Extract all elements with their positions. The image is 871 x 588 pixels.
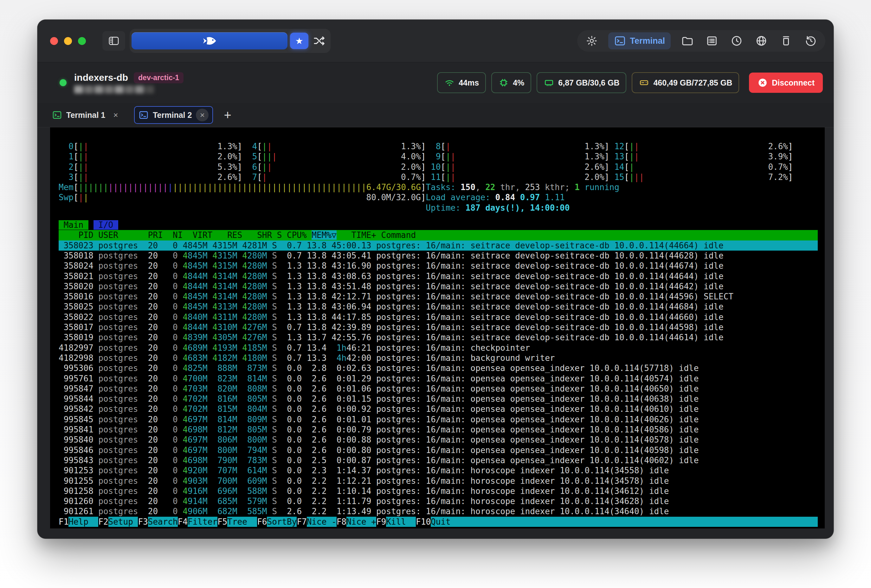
process-row-4182998[interactable]: 4182998 postgres 20 0 4683M 4182M 4180M …: [58, 353, 818, 363]
recent-button[interactable]: [728, 33, 745, 49]
terminal-icon: [52, 110, 62, 120]
process-row-995841[interactable]: 995841 postgres 20 0 4698M 812M 805M S 0…: [58, 425, 818, 435]
fkey-label-quit[interactable]: Quit: [431, 517, 461, 527]
connection-status-dot: [60, 79, 67, 86]
window-toolbar: ★: [37, 19, 834, 63]
process-row-995840[interactable]: 995840 postgres 20 0 4697M 806M 800M S 0…: [58, 435, 818, 445]
terminal-icon: [614, 35, 626, 47]
cpu-meter-12: 12[||2.6%]: [609, 141, 793, 151]
address-pill[interactable]: [132, 32, 287, 49]
process-row-995844[interactable]: 995844 postgres 20 0 4702M 816M 805M S 0…: [58, 394, 818, 404]
fkey-f5[interactable]: F5: [217, 517, 227, 527]
cpu-meter-10: 10[||2.6%]: [426, 162, 609, 172]
process-row-995845[interactable]: 995845 postgres 20 0 4697M 814M 809M S 0…: [58, 414, 818, 425]
shuffle-icon: [313, 34, 326, 47]
memory-badge: 6,87 GB/30,6 GB: [537, 72, 626, 93]
settings-button[interactable]: [584, 33, 600, 49]
tab-terminal-1[interactable]: Terminal 1 ×: [48, 106, 126, 124]
fkey-f4[interactable]: F4: [178, 517, 188, 527]
cpu-value: 4%: [513, 78, 524, 87]
sftp-button[interactable]: [679, 33, 695, 49]
process-row-995843[interactable]: 995843 postgres 20 0 4698M 790M 783M S 0…: [58, 455, 818, 466]
ping-value: 44ms: [459, 78, 479, 87]
fkey-label-setup[interactable]: Setup: [108, 517, 138, 527]
htop-tab-main[interactable]: Main: [58, 220, 88, 230]
process-row-995847[interactable]: 995847 postgres 20 0 4703M 820M 808M S 0…: [58, 384, 818, 394]
app-window: ★: [37, 19, 834, 539]
fkey-label-tree[interactable]: Tree: [227, 517, 257, 527]
tab-terminal-2[interactable]: Terminal 2 ×: [134, 106, 213, 124]
fkey-label-search[interactable]: Search: [148, 517, 178, 527]
fkey-f9[interactable]: F9: [376, 517, 386, 527]
new-tab-button[interactable]: +: [221, 109, 233, 121]
fish-icon: [201, 35, 218, 47]
process-row-995761[interactable]: 995761 postgres 20 0 4700M 823M 814M S 0…: [58, 373, 818, 384]
disconnect-button[interactable]: Disconnect: [749, 73, 823, 93]
ram-icon: [543, 77, 554, 88]
close-window-button[interactable]: [50, 37, 58, 45]
process-row-358023[interactable]: 358023 postgres 20 0 4845M 4315M 4281M S…: [58, 240, 818, 251]
terminal-viewport[interactable]: 0[||1.3%]4[||1.3%]8[|1.3%]12[||2.6%]1[||…: [50, 127, 825, 528]
clock-icon: [730, 34, 743, 47]
fkey-label-sortby[interactable]: SortBy: [267, 517, 297, 527]
process-table-header[interactable]: PID USER PRI NI VIRT RES SHR S CPU% MEM%…: [58, 230, 818, 240]
process-row-901258[interactable]: 901258 postgres 20 0 4916M 696M 588M S 0…: [58, 486, 818, 496]
process-row-995846[interactable]: 995846 postgres 20 0 4697M 800M 794M S 0…: [58, 445, 818, 455]
disk-badge: 460,49 GB/727,85 GB: [632, 72, 739, 93]
process-row-358019[interactable]: 358019 postgres 20 0 4839M 4305M 4276M S…: [58, 332, 818, 342]
toolbar-right-group: Terminal: [577, 30, 825, 52]
process-row-901255[interactable]: 901255 postgres 20 0 4903M 700M 609M S 0…: [58, 476, 818, 486]
fkey-f6[interactable]: F6: [257, 517, 267, 527]
process-row-358017[interactable]: 358017 postgres 20 0 4844M 4310M 4276M S…: [58, 322, 818, 332]
process-row-358016[interactable]: 358016 postgres 20 0 4845M 4314M 4280M S…: [58, 291, 818, 301]
fkey-label-kill[interactable]: Kill: [386, 517, 416, 527]
cpu-meter-11: 11[||2.0%]: [426, 172, 609, 182]
process-row-358025[interactable]: 358025 postgres 20 0 4845M 4313M 4280M S…: [58, 301, 818, 312]
network-button[interactable]: [753, 33, 769, 49]
fkey-f1[interactable]: F1: [58, 517, 69, 527]
process-row-358018[interactable]: 358018 postgres 20 0 4845M 4315M 4280M S…: [58, 251, 818, 261]
close-tab-icon[interactable]: ×: [109, 109, 122, 121]
star-button[interactable]: ★: [290, 33, 308, 49]
fkey-f7[interactable]: F7: [297, 517, 307, 527]
cpu-meter-4: 4[||1.3%]: [242, 141, 426, 151]
fkey-label-nice-[interactable]: Nice -: [307, 517, 337, 527]
close-tab-icon[interactable]: ×: [196, 109, 208, 121]
minimize-window-button[interactable]: [64, 37, 72, 45]
fkey-f3[interactable]: F3: [138, 517, 148, 527]
fkey-label-filter[interactable]: Filter: [188, 517, 217, 527]
process-row-358022[interactable]: 358022 postgres 20 0 4840M 4311M 4280M S…: [58, 312, 818, 322]
process-row-901261[interactable]: 901261 postgres 20 0 4906M 682M 585M S 2…: [58, 506, 818, 516]
process-row-995306[interactable]: 995306 postgres 20 0 4825M 888M 873M S 0…: [58, 363, 818, 373]
ping-badge: 44ms: [437, 72, 486, 93]
logs-button[interactable]: [703, 33, 720, 49]
traffic-lights: [50, 37, 86, 45]
htop-tab-i-o[interactable]: I/O: [93, 220, 118, 230]
shuffle-button[interactable]: [311, 33, 328, 49]
disk-value: 460,49 GB/727,85 GB: [653, 78, 732, 87]
history-button[interactable]: [802, 33, 819, 49]
delete-button[interactable]: [778, 33, 794, 49]
terminal-view-button[interactable]: Terminal: [608, 32, 671, 49]
fkey-f10[interactable]: F10: [416, 517, 431, 527]
fkey-label-nice-[interactable]: Nice +: [346, 517, 376, 527]
process-row-4182997[interactable]: 4182997 postgres 20 0 4689M 4193M 4185M …: [58, 343, 818, 353]
connection-info: indexers-db dev-arctic-1: [74, 72, 184, 94]
process-row-901260[interactable]: 901260 postgres 20 0 4914M 685M 579M S 0…: [58, 496, 818, 506]
cpu-meter-1: 1[||2.0%]: [58, 151, 242, 161]
fkey-label-help[interactable]: Help: [69, 517, 98, 527]
process-row-901253[interactable]: 901253 postgres 20 0 4920M 707M 614M S 0…: [58, 466, 818, 476]
htop-screen: 0[||1.3%]4[||1.3%]8[|1.3%]12[||2.6%]1[||…: [50, 127, 825, 527]
fkey-f2[interactable]: F2: [98, 517, 108, 527]
cpu-meter-15: 15[|||7.2%]: [609, 172, 793, 182]
fkey-f8[interactable]: F8: [337, 517, 346, 527]
process-row-358020[interactable]: 358020 postgres 20 0 4844M 4314M 4280M S…: [58, 281, 818, 291]
status-badges: 44ms 4% 6,87 GB/30,6 GB: [437, 72, 823, 93]
cpu-meter-14: 14[|0.7%]: [609, 162, 793, 172]
process-row-995842[interactable]: 995842 postgres 20 0 4702M 815M 804M S 0…: [58, 404, 818, 414]
sidebar-toggle-button[interactable]: [102, 31, 125, 51]
zoom-window-button[interactable]: [78, 37, 86, 45]
process-row-358024[interactable]: 358024 postgres 20 0 4845M 4315M 4280M S…: [58, 261, 818, 271]
uptime: Uptime: 187 days(!), 14:00:00: [426, 203, 570, 213]
process-row-358021[interactable]: 358021 postgres 20 0 4844M 4314M 4280M S…: [58, 271, 818, 281]
